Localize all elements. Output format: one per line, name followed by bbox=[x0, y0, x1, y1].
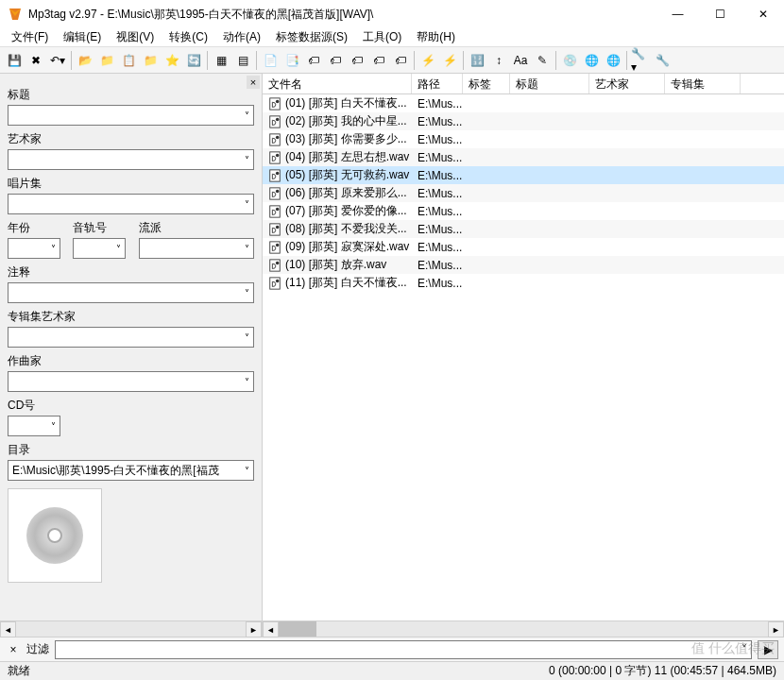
svg-rect-18 bbox=[270, 259, 281, 270]
svg-rect-6 bbox=[270, 151, 281, 162]
delete-icon[interactable]: ✖ bbox=[26, 50, 46, 71]
duplicate-icon[interactable]: 📑 bbox=[281, 50, 302, 71]
album-input[interactable]: ˅ bbox=[8, 194, 254, 214]
close-button[interactable]: ✕ bbox=[741, 0, 784, 28]
svg-point-13 bbox=[276, 207, 280, 211]
album-artist-input[interactable]: ˅ bbox=[8, 327, 254, 348]
open-folder-icon[interactable]: 📂 bbox=[75, 50, 95, 71]
case-icon[interactable]: Aa bbox=[510, 50, 531, 71]
table-row[interactable]: (07) [那英] 爱你爱的像...E:\Mus... bbox=[263, 202, 784, 220]
sidebar-scrollbar[interactable]: ◄ ► bbox=[0, 620, 262, 637]
web2-icon[interactable]: 🌐 bbox=[603, 50, 623, 71]
quick-action-icon[interactable]: ⚡ bbox=[439, 50, 460, 71]
rename-icon[interactable]: ✎ bbox=[532, 50, 553, 71]
maximize-button[interactable]: ☐ bbox=[699, 0, 741, 28]
menu-2[interactable]: 视图(V) bbox=[109, 27, 162, 47]
comment-input[interactable]: ˅ bbox=[8, 282, 254, 303]
menu-1[interactable]: 编辑(E) bbox=[56, 27, 109, 47]
table-row[interactable]: (09) [那英] 寂寞深处.wavE:\Mus... bbox=[263, 238, 784, 256]
column-header-2[interactable]: 标签 bbox=[463, 74, 510, 94]
composer-input[interactable]: ˅ bbox=[8, 371, 254, 392]
table-row[interactable]: (01) [那英] 白天不懂夜...E:\Mus... bbox=[263, 94, 784, 112]
scroll-right-icon[interactable]: ► bbox=[768, 621, 784, 638]
svg-rect-14 bbox=[270, 223, 281, 234]
select-all-icon[interactable]: ▦ bbox=[211, 50, 231, 71]
separator bbox=[414, 51, 415, 70]
table-cell bbox=[589, 103, 665, 105]
tag-x-icon[interactable]: 🏷 bbox=[368, 50, 389, 71]
table-row[interactable]: (02) [那英] 我的心中星...E:\Mus... bbox=[263, 112, 784, 130]
tools-icon[interactable]: 🔧▾ bbox=[630, 50, 651, 71]
discnumber-label: CD号 bbox=[8, 398, 254, 414]
star-icon[interactable]: ⭐ bbox=[162, 50, 182, 71]
table-cell bbox=[510, 193, 589, 195]
column-header-1[interactable]: 路径 bbox=[412, 74, 463, 94]
directory-input[interactable]: E:\Music\那英\1995-白天不懂夜的黑[福茂˅ bbox=[8, 460, 254, 481]
table-row[interactable]: (10) [那英] 放弃.wavE:\Mus... bbox=[263, 256, 784, 274]
panel-close-button[interactable]: × bbox=[247, 76, 260, 89]
column-header-5[interactable]: 专辑集 bbox=[665, 74, 741, 94]
number-icon[interactable]: 🔢 bbox=[467, 50, 487, 71]
discnumber-input[interactable]: ˅ bbox=[8, 416, 60, 436]
column-header-0[interactable]: 文件名 bbox=[263, 74, 412, 94]
tag-copy-icon[interactable]: 🏷 bbox=[303, 50, 324, 71]
tag-in-icon[interactable]: 🏷 bbox=[325, 50, 346, 71]
settings-icon[interactable]: 🔧 bbox=[652, 50, 673, 71]
copy-icon[interactable]: 📄 bbox=[260, 50, 281, 71]
scroll-thumb[interactable] bbox=[279, 621, 316, 637]
chevron-down-icon: ˅ bbox=[741, 643, 747, 656]
table-row[interactable]: (05) [那英] 无可救药.wavE:\Mus... bbox=[263, 166, 784, 184]
svg-point-1 bbox=[276, 99, 280, 103]
menu-4[interactable]: 动作(A) bbox=[215, 27, 268, 47]
menu-5[interactable]: 标签数据源(S) bbox=[268, 27, 355, 47]
table-row[interactable]: (08) [那英] 不爱我没关...E:\Mus... bbox=[263, 220, 784, 238]
table-row[interactable]: (04) [那英] 左思右想.wavE:\Mus... bbox=[263, 148, 784, 166]
artist-input[interactable]: ˅ bbox=[8, 149, 254, 170]
table-cell: E:\Mus... bbox=[412, 204, 463, 219]
menu-6[interactable]: 工具(O) bbox=[355, 27, 409, 47]
title-input[interactable]: ˅ bbox=[8, 105, 254, 126]
table-cell bbox=[510, 229, 589, 230]
disc-icon[interactable]: 💿 bbox=[559, 50, 580, 71]
select-files-icon[interactable]: ▤ bbox=[232, 50, 253, 71]
filter-go-button[interactable]: ▶ bbox=[758, 640, 778, 659]
sort-icon[interactable]: ↕ bbox=[488, 50, 509, 71]
menu-0[interactable]: 文件(F) bbox=[4, 27, 56, 47]
table-row[interactable]: (11) [那英] 白天不懂夜...E:\Mus... bbox=[263, 274, 784, 292]
column-header-4[interactable]: 艺术家 bbox=[589, 74, 665, 94]
column-header-3[interactable]: 标题 bbox=[510, 74, 589, 94]
add-folder-icon[interactable]: 📁 bbox=[96, 50, 117, 71]
table-cell: E:\Mus... bbox=[412, 132, 463, 147]
menu-7[interactable]: 帮助(H) bbox=[409, 27, 463, 47]
genre-input[interactable]: ˅ bbox=[139, 238, 255, 259]
cover-art[interactable] bbox=[8, 488, 102, 583]
table-cell bbox=[510, 246, 589, 248]
chevron-down-icon: ˅ bbox=[51, 244, 56, 254]
undo-icon[interactable]: ↶▾ bbox=[47, 50, 68, 71]
svg-rect-2 bbox=[270, 115, 281, 127]
scroll-right-icon[interactable]: ► bbox=[246, 621, 262, 638]
filter-input[interactable]: ˅ bbox=[55, 640, 752, 659]
minimize-button[interactable]: — bbox=[656, 0, 699, 28]
year-input[interactable]: ˅ bbox=[8, 238, 60, 259]
filter-close-button[interactable]: × bbox=[6, 642, 21, 657]
tag-out-icon[interactable]: 🏷 bbox=[347, 50, 367, 71]
table-row[interactable]: (06) [那英] 原来爱那么...E:\Mus... bbox=[263, 184, 784, 202]
table-row[interactable]: (03) [那英] 你需要多少...E:\Mus... bbox=[263, 130, 784, 148]
table-cell bbox=[510, 139, 589, 141]
favorite-icon[interactable]: 📁 bbox=[140, 50, 161, 71]
save-icon[interactable]: 💾 bbox=[4, 50, 25, 71]
scroll-left-icon[interactable]: ◄ bbox=[263, 621, 279, 638]
chevron-down-icon: ˅ bbox=[51, 421, 56, 432]
menu-3[interactable]: 转换(C) bbox=[162, 27, 215, 47]
web-icon[interactable]: 🌐 bbox=[581, 50, 602, 71]
filelist-scrollbar[interactable]: ◄ ► bbox=[263, 620, 784, 637]
table-cell bbox=[510, 211, 589, 212]
track-input[interactable]: ˅ bbox=[73, 238, 126, 259]
refresh-icon[interactable]: 🔄 bbox=[183, 50, 204, 71]
action-icon[interactable]: ⚡ bbox=[418, 50, 438, 71]
tag-format-icon[interactable]: 🏷 bbox=[390, 50, 411, 71]
scroll-left-icon[interactable]: ◄ bbox=[0, 621, 16, 638]
filter-bar: × 过滤 ˅ ▶ bbox=[0, 637, 784, 661]
open-playlist-icon[interactable]: 📋 bbox=[118, 50, 139, 71]
